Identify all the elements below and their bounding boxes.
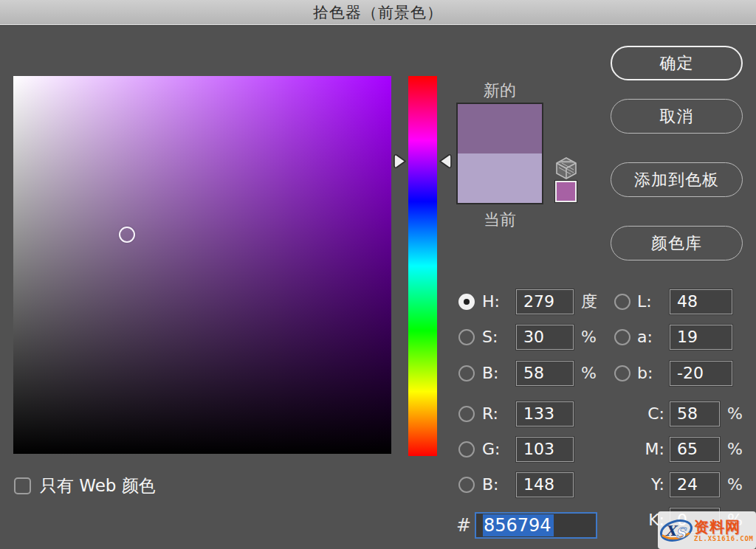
color-picker-dialog: 拾色器（前景色） 新的 当前 确定 取消 添加到色板 颜色库 H: 279 [0,0,756,549]
magenta-unit: % [727,437,743,462]
cancel-button[interactable]: 取消 [611,99,743,134]
lab-l-row: L: 48 [0,289,756,314]
color-libraries-button[interactable]: 颜色库 [611,226,743,260]
lab-a-label: a: [637,325,653,350]
magenta-label: M: [629,437,664,462]
color-field-marker[interactable] [119,227,135,243]
watermark-text: 资料网 ZL.XS1616.COM [694,519,754,542]
lab-l-label: L: [637,289,652,314]
hex-prefix: # [456,513,471,539]
websafe-cube-icon[interactable] [554,156,578,180]
cyan-row: C: 58 % [0,401,756,427]
hue-slider[interactable] [408,76,437,456]
magenta-input[interactable]: 65 [670,437,720,462]
lab-b-row: b: -20 [0,361,756,386]
black-row: K: 0 % [0,508,756,533]
lab-a-radio[interactable] [614,329,630,345]
cyan-unit: % [727,401,743,427]
saturation-brightness-field[interactable] [13,76,391,454]
watermark-site-url: ZL.XS1616.COM [694,535,754,542]
compare-swatches [456,103,543,204]
lab-b-input[interactable]: -20 [670,361,732,386]
hex-input[interactable]: 856794 [475,512,597,539]
dialog-titlebar: 拾色器（前景色） [0,0,756,25]
web-colors-only-checkbox[interactable] [14,477,31,494]
lab-l-radio[interactable] [614,294,630,310]
lab-l-input[interactable]: 48 [670,289,732,314]
new-color-swatch [458,104,542,153]
lab-a-input[interactable]: 19 [670,325,732,350]
hue-slider-left-arrow-icon[interactable] [394,153,408,170]
watermark-logo-icon: X S [659,516,693,545]
hex-selected-text: 856794 [483,514,554,536]
magenta-row: M: 65 % [0,437,756,462]
svg-text:S: S [676,525,687,541]
lab-b-radio[interactable] [614,365,630,381]
cyan-label: C: [629,401,664,427]
web-colors-only-option[interactable]: 只有 Web 颜色 [14,474,156,497]
yellow-unit: % [727,472,743,497]
add-to-swatches-button[interactable]: 添加到色板 [611,162,743,197]
web-colors-only-label: 只有 Web 颜色 [40,474,156,497]
hue-slider-right-arrow-icon[interactable] [438,153,452,170]
watermark: X S 资料网 ZL.XS1616.COM [658,511,756,549]
lab-a-row: a: 19 [0,325,756,350]
yellow-input[interactable]: 24 [670,472,720,497]
current-color-swatch[interactable] [458,153,542,203]
new-color-label: 新的 [456,80,543,102]
websafe-color-swatch[interactable] [555,181,577,202]
watermark-site-name: 资料网 [694,519,740,535]
yellow-label: Y: [629,472,664,497]
dialog-title: 拾色器（前景色） [313,2,443,23]
ok-button[interactable]: 确定 [611,46,743,80]
lab-b-label: b: [637,361,653,386]
cyan-input[interactable]: 58 [670,401,720,427]
current-color-label: 当前 [456,209,543,231]
